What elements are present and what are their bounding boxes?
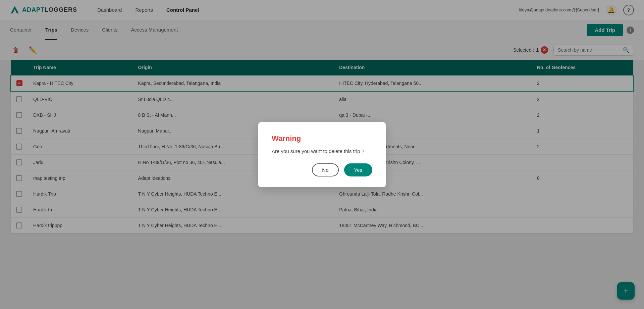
modal-actions: No Yes <box>272 163 372 176</box>
modal-overlay: Warning Are you sure you want to delete … <box>0 0 644 309</box>
modal-body: Are you sure you want to delete this tri… <box>272 148 372 154</box>
modal-title: Warning <box>272 134 372 143</box>
warning-modal: Warning Are you sure you want to delete … <box>258 122 386 187</box>
modal-no-button[interactable]: No <box>312 163 338 176</box>
modal-yes-button[interactable]: Yes <box>344 163 372 176</box>
